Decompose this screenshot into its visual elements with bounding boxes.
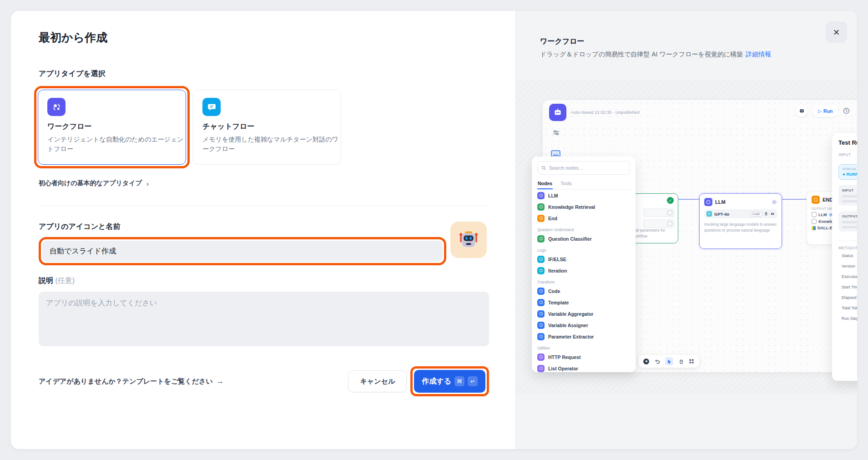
node-selector-panel: Search nodes... Nodes Tools LLM Knowledg…	[532, 157, 636, 372]
metadata-row: Version	[838, 261, 857, 271]
start-node-field	[643, 208, 674, 217]
output-card-label: OUTPUT	[842, 214, 857, 218]
arrow-right-icon: →	[217, 377, 224, 385]
app-description-textarea[interactable]	[39, 292, 489, 346]
metadata-label: METADATA	[838, 246, 857, 250]
preview-subtitle-text: ドラッグ＆ドロップの簡易性で自律型 AI ワークフローを視覚的に構築	[540, 51, 743, 58]
browse-templates-link[interactable]: アイデアがありませんか？テンプレートをご覧ください →	[39, 377, 224, 386]
close-button[interactable]: ×	[826, 21, 847, 43]
learn-more-link[interactable]: 詳細情報	[746, 51, 771, 58]
vision-eye-icon	[770, 212, 775, 216]
gpt4o-icon	[707, 211, 712, 217]
chat-mode-badge: CHAT	[751, 212, 762, 217]
success-check-icon: ✓	[667, 197, 674, 204]
close-icon: ×	[833, 26, 839, 39]
node-panel-tabs: Nodes Tools	[537, 178, 630, 190]
metadata-row: Status	[838, 250, 857, 261]
node-item-http-request: HTTP Request	[537, 351, 630, 363]
search-icon	[541, 166, 546, 171]
node-item-variable-aggregator: Variable Aggregator	[537, 308, 630, 319]
node-item-ifelse: IF/ELSE	[537, 253, 630, 265]
classifier-icon	[537, 235, 545, 243]
app-type-label: アプリタイプを選択	[39, 69, 489, 79]
node-item-knowledge: Knowledge Retrieval	[537, 201, 630, 212]
app-type-card-chatflow[interactable]: チャットフロー メモリを使用した複雑なマルチターン対話のワークフロー	[193, 90, 341, 165]
create-button[interactable]: 作成する ⌘ ↵	[414, 370, 485, 393]
beginner-link-label: 初心者向けの基本的なアプリタイプ	[39, 179, 142, 187]
end-icon	[537, 215, 545, 222]
metadata-section: METADATA Status Version Executor Start T…	[838, 241, 857, 324]
dialog-footer: アイデアがありませんか？テンプレートをご覧ください → キャンセル 作成する ⌘…	[39, 366, 489, 396]
autosave-status: Auto-Saved 21:02:35 · Unpublished	[571, 110, 640, 115]
preview-pane: ワークフロー ドラッグ＆ドロップの簡易性で自律型 AI ワークフローを視覚的に構…	[515, 11, 857, 449]
test-run-title: Test Run	[838, 139, 857, 146]
chatflow-card-desc: メモリを使用した複雑なマルチターン対話のワークフロー	[202, 135, 339, 154]
chatflow-icon	[202, 98, 221, 116]
annotation-create-button: 作成する ⌘ ↵	[410, 366, 489, 396]
template-link-label: アイデアがありませんか？テンプレートをご覧ください	[39, 377, 213, 386]
llm-node-title: LLM	[715, 199, 769, 205]
node-item-end: End	[537, 212, 630, 224]
value-bar	[842, 200, 857, 202]
preferences-icon	[553, 129, 560, 138]
canvas-toolbar	[638, 355, 699, 368]
llm-model-name: GPT-4o	[714, 212, 748, 217]
value-bar	[842, 226, 857, 228]
cancel-button[interactable]: キャンセル	[348, 370, 407, 392]
extractor-icon	[537, 333, 545, 340]
connector-line	[678, 199, 699, 200]
metadata-row: Executor	[838, 271, 857, 282]
annotation-workflow-card: ワークフロー インテリジェントな自動化のためのエージェントフロー	[34, 86, 190, 168]
app-icon-picker[interactable]	[450, 222, 487, 258]
list-operator-icon	[537, 365, 545, 372]
status-label: STATUS	[843, 167, 857, 171]
input-card: INPUT	[838, 185, 857, 206]
node-search-input: Search nodes...	[537, 161, 630, 175]
assigner-icon	[537, 322, 545, 329]
tab-tools: Tools	[560, 178, 572, 189]
section-logic: Logic	[537, 248, 630, 253]
pointer-tool-icon	[665, 357, 673, 365]
enter-key-icon: ↵	[468, 376, 478, 386]
undo-icon	[654, 359, 660, 364]
assistant-badge-icon	[796, 105, 808, 117]
app-type-card-workflow[interactable]: ワークフロー インテリジェントな自動化のためのエージェントフロー	[38, 90, 186, 165]
node-item-iteration: Iteration	[537, 265, 630, 276]
value-bar	[842, 221, 857, 223]
test-run-input-section: INPUT	[838, 152, 857, 157]
status-value: ● RUNNING	[843, 172, 857, 177]
metadata-row: Start Time	[838, 282, 857, 292]
layout-icon	[689, 359, 694, 364]
node-item-list-operator: List Operator	[537, 363, 630, 372]
section-utilities: Utilities	[537, 346, 630, 350]
knowledge-icon	[537, 203, 545, 211]
var-name: DALL-E	[818, 226, 833, 230]
preview-title: ワークフロー	[540, 37, 771, 46]
desc-label-text: 説明	[39, 277, 53, 284]
metadata-row: Elapsed Time	[838, 292, 857, 303]
create-button-label: 作成する	[422, 377, 451, 386]
chevron-right-icon: ›	[146, 180, 149, 187]
code-icon	[537, 288, 545, 295]
history-icon	[843, 107, 850, 116]
beginner-app-types-link[interactable]: 初心者向けの基本的なアプリタイプ ›	[39, 179, 149, 187]
workflow-icon	[47, 98, 66, 116]
node-item-code: Code	[537, 285, 630, 297]
section-question-understand: Question Understand	[537, 227, 630, 232]
page-title: 最初から作成	[39, 30, 489, 45]
node-item-parameter-extractor: Parameter Extractor	[537, 331, 630, 342]
divider	[39, 206, 489, 206]
workflow-preview-image: Auto-Saved 21:02:35 · Unpublished ▷ Run	[516, 80, 857, 394]
metadata-row: Total Tokens	[838, 303, 857, 313]
gear-icon	[772, 199, 777, 205]
hand-tool-icon	[678, 359, 684, 364]
app-name-input[interactable]	[42, 241, 443, 262]
var-name: LLM	[818, 212, 827, 217]
preview-app-icon	[549, 104, 566, 121]
value-bar	[842, 195, 857, 197]
llm-model-row: GPT-4o CHAT	[704, 209, 777, 218]
http-icon	[537, 354, 545, 361]
end-node-icon	[812, 196, 820, 204]
status-card: STATUS ● RUNNING	[838, 164, 857, 180]
desc-label: 説明 (任意)	[39, 276, 489, 286]
